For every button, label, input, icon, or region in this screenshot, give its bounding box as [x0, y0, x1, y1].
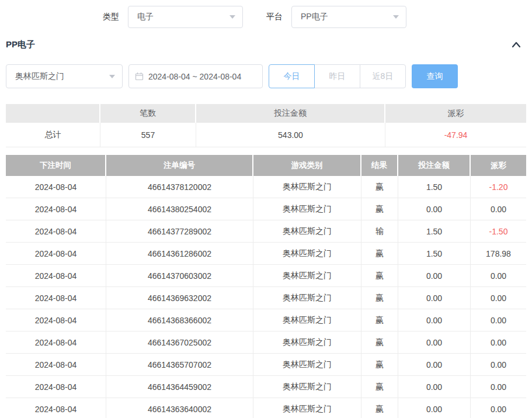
bet-id-cell: 46614361286002 — [106, 243, 253, 265]
bet-amount-cell: 0.00 — [398, 287, 471, 309]
last-8-days-button[interactable]: 近8日 — [360, 64, 406, 88]
bet-amount-cell: 0.00 — [398, 331, 471, 354]
result-cell: 赢 — [361, 398, 398, 418]
payout-cell: 0.00 — [471, 287, 526, 309]
game-type-cell: 奥林匹斯之门 — [253, 220, 361, 243]
bets-header-bet-id: 注单编号 — [106, 155, 253, 176]
payout-cell: 0.00 — [471, 265, 526, 287]
bet-amount-cell: 0.00 — [398, 398, 471, 418]
table-row: 2024-08-04 46614368366002 奥林匹斯之门 赢 0.00 … — [6, 309, 526, 331]
date-range-picker[interactable]: 2024-08-04 ~ 2024-08-04 — [128, 64, 263, 88]
quick-range-button-group: 今日 昨日 近8日 — [269, 64, 406, 88]
result-cell: 输 — [361, 220, 398, 243]
result-cell: 赢 — [361, 265, 398, 287]
payout-cell: 0.00 — [471, 376, 526, 398]
table-row: 2024-08-04 46614367025002 奥林匹斯之门 赢 0.00 … — [6, 331, 526, 354]
game-type-cell: 奥林匹斯之门 — [253, 287, 361, 309]
bets-header-game-type: 游戏类别 — [253, 155, 361, 176]
bets-header-result: 结果 — [361, 155, 398, 176]
yesterday-button[interactable]: 昨日 — [314, 64, 360, 88]
summary-total-label: 总计 — [6, 123, 100, 147]
bets-table-body: 2024-08-04 46614378120002 奥林匹斯之门 赢 1.50 … — [6, 176, 526, 418]
game-type-cell: 奥林匹斯之门 — [253, 198, 361, 220]
bets-table-header: 下注时间 注单编号 游戏类别 结果 投注金额 派彩 — [6, 155, 526, 176]
bet-time-cell: 2024-08-04 — [6, 287, 106, 309]
table-row: 2024-08-04 46614380254002 奥林匹斯之门 赢 0.00 … — [6, 198, 526, 220]
type-select-value: 电子 — [137, 12, 154, 22]
table-row: 2024-08-04 46614370603002 奥林匹斯之门 赢 0.00 … — [6, 265, 526, 287]
bet-id-cell: 46614380254002 — [106, 198, 253, 220]
result-cell: 赢 — [361, 309, 398, 331]
table-row: 2024-08-04 46614364459002 奥林匹斯之门 赢 0.00 … — [6, 376, 526, 398]
game-type-cell: 奥林匹斯之门 — [253, 376, 361, 398]
bet-time-cell: 2024-08-04 — [6, 354, 106, 376]
bet-id-cell: 46614364459002 — [106, 376, 253, 398]
game-type-cell: 奥林匹斯之门 — [253, 243, 361, 265]
bet-id-cell: 46614363640002 — [106, 398, 253, 418]
summary-payout-value: -47.94 — [385, 123, 526, 147]
bet-amount-cell: 0.00 — [398, 309, 471, 331]
game-select[interactable]: 奥林匹斯之门 — [6, 64, 123, 88]
bet-time-cell: 2024-08-04 — [6, 198, 106, 220]
bet-amount-cell: 1.50 — [398, 176, 471, 198]
bet-id-cell: 46614369632002 — [106, 287, 253, 309]
result-cell: 赢 — [361, 331, 398, 354]
bet-amount-cell: 0.00 — [398, 354, 471, 376]
bet-time-cell: 2024-08-04 — [6, 331, 106, 354]
result-cell: 赢 — [361, 176, 398, 198]
game-type-cell: 奥林匹斯之门 — [253, 176, 361, 198]
table-row: 2024-08-04 46614363640002 奥林匹斯之门 赢 0.00 … — [6, 398, 526, 418]
table-row: 2024-08-04 46614377289002 奥林匹斯之门 输 1.50 … — [6, 220, 526, 243]
type-select[interactable]: 电子 — [128, 6, 243, 28]
today-button[interactable]: 今日 — [269, 64, 315, 88]
game-type-cell: 奥林匹斯之门 — [253, 398, 361, 418]
payout-cell: 178.98 — [471, 243, 526, 265]
platform-select[interactable]: PP电子 — [291, 6, 406, 28]
bet-id-cell: 46614377289002 — [106, 220, 253, 243]
chevron-down-icon — [109, 75, 115, 78]
collapse-section-button[interactable] — [511, 40, 521, 49]
summary-header-count: 笔数 — [100, 104, 196, 123]
table-row: 2024-08-04 46614361286002 奥林匹斯之门 赢 1.50 … — [6, 243, 526, 265]
summary-table-row: 总计 557 543.00 -47.94 — [6, 123, 526, 147]
game-type-cell: 奥林匹斯之门 — [253, 354, 361, 376]
bet-time-cell: 2024-08-04 — [6, 176, 106, 198]
result-cell: 赢 — [361, 354, 398, 376]
bet-id-cell: 46614370603002 — [106, 265, 253, 287]
chevron-down-icon — [230, 15, 235, 19]
bet-amount-cell: 1.50 — [398, 243, 471, 265]
bet-id-cell: 46614368366002 — [106, 309, 253, 331]
search-button[interactable]: 查询 — [412, 64, 458, 88]
game-type-cell: 奥林匹斯之门 — [253, 309, 361, 331]
summary-header-payout: 派彩 — [385, 104, 526, 123]
table-row: 2024-08-04 46614369632002 奥林匹斯之门 赢 0.00 … — [6, 287, 526, 309]
chevron-down-icon — [393, 15, 399, 19]
platform-select-value: PP电子 — [301, 12, 328, 22]
table-row: 2024-08-04 46614365707002 奥林匹斯之门 赢 0.00 … — [6, 354, 526, 376]
bet-id-cell: 46614378120002 — [106, 176, 253, 198]
chevron-up-icon — [511, 40, 521, 49]
game-type-cell: 奥林匹斯之门 — [253, 331, 361, 354]
result-cell: 赢 — [361, 198, 398, 220]
summary-header-empty — [6, 104, 100, 123]
bet-time-cell: 2024-08-04 — [6, 220, 106, 243]
summary-count-value: 557 — [100, 123, 196, 147]
bet-time-cell: 2024-08-04 — [6, 398, 106, 418]
game-type-cell: 奥林匹斯之门 — [253, 265, 361, 287]
bet-id-cell: 46614367025002 — [106, 331, 253, 354]
payout-cell: 0.00 — [471, 198, 526, 220]
payout-cell: -1.50 — [471, 220, 526, 243]
bets-table: 下注时间 注单编号 游戏类别 结果 投注金额 派彩 2024-08-04 466… — [6, 155, 526, 418]
bet-time-cell: 2024-08-04 — [6, 309, 106, 331]
summary-header-bet-amount: 投注金额 — [196, 104, 385, 123]
bet-time-cell: 2024-08-04 — [6, 265, 106, 287]
game-select-value: 奥林匹斯之门 — [15, 71, 64, 82]
payout-cell: -1.20 — [471, 176, 526, 198]
summary-bet-amount-value: 543.00 — [196, 123, 385, 147]
bet-amount-cell: 1.50 — [398, 220, 471, 243]
result-cell: 赢 — [361, 376, 398, 398]
bet-id-cell: 46614365707002 — [106, 354, 253, 376]
table-row: 2024-08-04 46614378120002 奥林匹斯之门 赢 1.50 … — [6, 176, 526, 198]
calendar-icon — [135, 72, 144, 81]
bet-time-cell: 2024-08-04 — [6, 243, 106, 265]
